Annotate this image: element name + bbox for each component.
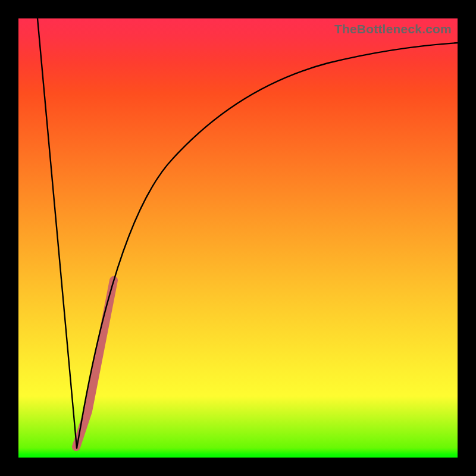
chart-curves <box>18 18 458 458</box>
plot-area: TheBottleneck.com <box>18 18 458 458</box>
chart-container: TheBottleneck.com <box>0 0 476 476</box>
curve-right-rise <box>77 43 458 448</box>
curve-left-descent <box>37 18 77 448</box>
